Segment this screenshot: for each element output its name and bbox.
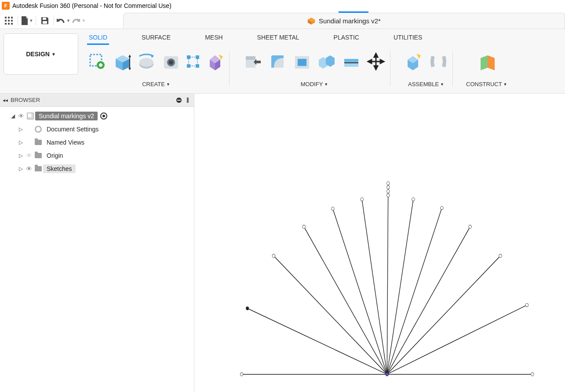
svg-rect-17: [100, 63, 102, 67]
revolve-button[interactable]: [136, 51, 157, 72]
svg-point-25: [139, 58, 153, 67]
svg-line-70: [387, 305, 527, 374]
svg-point-88: [332, 207, 335, 211]
expand-triangle-icon[interactable]: ▷: [18, 152, 24, 159]
qat-separator: [54, 16, 54, 25]
hole-button[interactable]: [161, 51, 181, 72]
grid-menu-button[interactable]: [2, 14, 16, 27]
expand-triangle-icon[interactable]: ▷: [18, 166, 24, 172]
caret-down-icon: ▼: [66, 18, 70, 23]
tree-node-origin[interactable]: ▷ 👁 Origin: [0, 149, 194, 162]
svg-marker-62: [488, 55, 495, 70]
qat-strip: ▼ ▼ ▼ Sundial markings v2*: [0, 13, 565, 29]
browser-panel: ◂◂ BROWSER ◢ 👁 Sundial markings v2 ▷ Doc…: [0, 94, 194, 392]
document-tab[interactable]: Sundial markings v2*: [123, 13, 565, 29]
svg-point-29: [169, 60, 173, 65]
pin-icon[interactable]: [184, 97, 191, 104]
svg-rect-46: [298, 59, 306, 66]
canvas[interactable]: [194, 94, 565, 392]
create-sketch-button[interactable]: [87, 51, 107, 72]
shell-button[interactable]: [292, 51, 312, 72]
joint-button[interactable]: [428, 51, 448, 72]
split-button[interactable]: [341, 51, 361, 72]
svg-point-92: [387, 181, 390, 185]
ribbon-group-label-create[interactable]: CREATE ▼: [142, 81, 170, 87]
pattern-button[interactable]: [186, 54, 200, 69]
ribbon-group-label-construct[interactable]: CONSTRUCT ▼: [466, 81, 507, 87]
svg-rect-50: [344, 63, 358, 67]
svg-point-95: [387, 194, 390, 197]
folder-icon: [33, 153, 43, 158]
ribbon-tab-utilities[interactable]: UTILITIES: [392, 31, 424, 45]
svg-rect-0: [5, 17, 7, 18]
ribbon-group-label-assemble[interactable]: ASSEMBLE ▼: [408, 81, 444, 87]
tree-root[interactable]: ◢ 👁 Sundial markings v2: [0, 109, 194, 123]
svg-rect-6: [5, 23, 7, 25]
undo-button[interactable]: ▼: [56, 14, 70, 27]
svg-marker-66: [186, 102, 189, 103]
ribbon-group-label-modify[interactable]: MODIFY ▼: [301, 81, 328, 87]
minimize-icon[interactable]: [175, 97, 182, 104]
work-area: ◂◂ BROWSER ◢ 👁 Sundial markings v2 ▷ Doc…: [0, 94, 565, 392]
ribbon-tab-mesh[interactable]: MESH: [203, 31, 224, 45]
tree-node-document-settings[interactable]: ▷ Document Settings: [0, 123, 194, 136]
ribbon-tab-plastic[interactable]: PLASTIC: [332, 31, 361, 45]
browser-header[interactable]: ◂◂ BROWSER: [0, 94, 194, 107]
component-icon: [26, 113, 35, 120]
file-menu-button[interactable]: ▼: [20, 14, 34, 27]
collapse-triangle-icon[interactable]: ◢: [10, 113, 16, 119]
tree-root-label: Sundial markings v2: [35, 112, 98, 120]
svg-point-89: [441, 207, 444, 210]
visibility-hidden-icon[interactable]: 👁: [25, 152, 33, 159]
ribbon-group-create: CREATE ▼: [78, 48, 230, 92]
app-icon-letter: F: [4, 3, 7, 8]
svg-point-86: [303, 225, 306, 229]
svg-rect-65: [187, 98, 189, 102]
expand-triangle-icon[interactable]: ▷: [18, 126, 24, 132]
redo-button[interactable]: ▼: [71, 14, 86, 27]
tree-node-named-views[interactable]: ▷ Named Views: [0, 136, 194, 149]
workspace-switcher[interactable]: DESIGN ▼: [4, 33, 78, 75]
document-title: Sundial markings v2*: [319, 17, 381, 25]
new-component-button[interactable]: [404, 51, 424, 72]
save-button[interactable]: [38, 14, 52, 27]
svg-rect-7: [8, 23, 10, 25]
press-pull-button[interactable]: [243, 51, 263, 72]
svg-rect-2: [11, 17, 13, 18]
svg-line-79: [387, 183, 388, 374]
visibility-icon[interactable]: 👁: [17, 113, 26, 120]
move-button[interactable]: [366, 51, 386, 72]
ribbon: DESIGN ▼ SOLID SURFACE MESH SHEET METAL …: [0, 29, 565, 94]
browser-title: BROWSER: [11, 97, 40, 103]
expand-triangle-icon[interactable]: ▷: [18, 139, 24, 145]
svg-point-84: [272, 254, 275, 258]
caret-down-icon: ▼: [29, 18, 33, 23]
ribbon-group-modify: MODIFY ▼: [230, 48, 390, 92]
svg-point-96: [386, 373, 389, 376]
tree-node-sketches[interactable]: ▷ 👁 Sketches: [0, 162, 194, 175]
collapse-icon: ◂◂: [3, 97, 8, 103]
app-icon: F: [2, 2, 10, 10]
svg-rect-33: [196, 64, 199, 68]
caret-down-icon: ▼: [440, 82, 444, 87]
fillet-button[interactable]: [267, 51, 288, 72]
sketch-svg: [194, 94, 565, 392]
ribbon-tab-surface[interactable]: SURFACE: [140, 31, 172, 45]
svg-rect-32: [187, 64, 190, 68]
tree-node-label: Sketches: [43, 164, 76, 173]
caret-down-icon: ▼: [503, 82, 507, 87]
ribbon-tab-solid[interactable]: SOLID: [87, 31, 109, 45]
visibility-icon[interactable]: 👁: [25, 165, 33, 172]
combine-button[interactable]: [317, 51, 337, 72]
ribbon-tab-sheet-metal[interactable]: SHEET METAL: [255, 31, 301, 45]
form-button[interactable]: [205, 51, 225, 72]
svg-marker-56: [368, 60, 372, 63]
caret-down-icon: ▼: [324, 82, 328, 87]
workspace-label: DESIGN: [26, 51, 50, 58]
tree-node-label: Document Settings: [43, 125, 102, 134]
construct-plane-button[interactable]: [477, 51, 497, 72]
active-component-indicator[interactable]: [100, 113, 107, 120]
tree-node-label: Origin: [43, 151, 66, 160]
extrude-button[interactable]: [112, 51, 132, 72]
svg-line-69: [248, 309, 387, 374]
